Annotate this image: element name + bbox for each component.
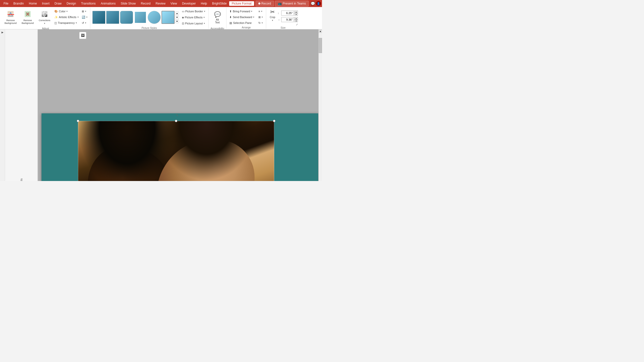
rotate-button[interactable]: ↻ ▾: [257, 20, 264, 26]
send-backward-label: Send Backward: [233, 16, 252, 19]
selection-pane-button[interactable]: ▤ Selection Pane: [228, 20, 255, 26]
menu-design[interactable]: Design: [64, 1, 78, 6]
transparency-button[interactable]: ◫ Transparency ▾: [53, 20, 79, 26]
ps-more[interactable]: ▼: [175, 20, 179, 23]
bring-forward-button[interactable]: ⬆ Bring Forward ▾: [228, 9, 255, 14]
remove-background-button-1[interactable]: RemoveBackground: [3, 9, 19, 27]
height-spin-down[interactable]: ▼: [294, 13, 298, 16]
height-input[interactable]: [281, 11, 294, 16]
menu-brightslide[interactable]: BrightSlide: [210, 1, 229, 6]
present-in-teams-button[interactable]: 📺 Present in Teams: [275, 1, 309, 7]
rotate-handle[interactable]: [174, 114, 178, 118]
selected-image[interactable]: [78, 121, 274, 181]
ps-thumb-1[interactable]: [92, 11, 105, 24]
record-label: Record: [261, 2, 271, 5]
rotate-dropdown-icon[interactable]: ▾: [262, 22, 263, 24]
chevron-right-icon: ▶: [2, 31, 4, 34]
compress-dropdown-icon[interactable]: ▾: [85, 10, 86, 13]
handle-tr[interactable]: [273, 120, 275, 122]
chat-icon[interactable]: 💬: [311, 2, 315, 6]
scroll-thumb[interactable]: [319, 38, 322, 53]
ps-scroll-up[interactable]: ▲: [175, 12, 179, 15]
thumbnail-toggle-icon[interactable]: 🖼: [79, 32, 86, 39]
corrections-dropdown-icon[interactable]: ▾: [44, 22, 45, 25]
ps-thumb-6[interactable]: [162, 11, 175, 24]
align-dropdown-icon[interactable]: ▾: [261, 10, 262, 13]
canvas-area: ▲ ▼ 🖼: [38, 29, 322, 181]
ps-thumb-5[interactable]: [148, 11, 161, 24]
reset-icon: ↺: [82, 21, 84, 25]
menu-file[interactable]: File: [1, 1, 11, 6]
remove-bg-label-2: RemoveBackground: [22, 19, 34, 25]
corrections-button[interactable]: Corrections ▾: [37, 9, 52, 27]
width-spin-up[interactable]: ▲: [294, 17, 298, 20]
ps-scroll[interactable]: ▲ ▼ ▼: [175, 12, 179, 23]
slide-canvas[interactable]: [42, 113, 318, 181]
group-button[interactable]: ⊞ ▾: [257, 14, 264, 20]
color-dropdown-icon[interactable]: ▾: [66, 10, 68, 13]
compress-button[interactable]: ⊞ ▾: [81, 9, 89, 14]
artistic-effects-button[interactable]: ✨ Artistic Effects ▾: [53, 14, 79, 20]
color-button[interactable]: 🎨 Color ▾: [53, 9, 79, 14]
pl-dropdown-icon[interactable]: ▾: [204, 22, 205, 25]
pb-dropdown-icon[interactable]: ▾: [204, 10, 205, 13]
scroll-track[interactable]: [319, 33, 322, 181]
align-button[interactable]: ≡ ▾: [257, 9, 264, 14]
reset-dropdown-icon[interactable]: ▾: [85, 22, 86, 24]
handle-tl[interactable]: [77, 120, 79, 122]
ps-thumb-4[interactable]: [134, 11, 147, 24]
menu-review[interactable]: Review: [153, 1, 168, 6]
artistic-effects-icon: ✨: [54, 16, 58, 19]
height-spin-up[interactable]: ▲: [294, 11, 298, 13]
teams-icon: 📺: [278, 2, 282, 6]
crop-dropdown-icon[interactable]: ▾: [272, 19, 273, 22]
size-launcher-icon[interactable]: ⤢: [278, 23, 298, 26]
menu-animations[interactable]: Animations: [98, 1, 118, 6]
arrange-group-label: Arrange: [228, 26, 264, 29]
height-icon: ↕: [278, 12, 281, 15]
corrections-icon: [41, 11, 48, 19]
artistic-dropdown-icon[interactable]: ▾: [77, 16, 79, 18]
group-dropdown-icon[interactable]: ▾: [262, 16, 263, 18]
picture-effects-button[interactable]: ◈ Picture Effects ▾: [181, 15, 206, 20]
bf-dropdown-icon[interactable]: ▾: [251, 10, 252, 13]
remove-bg-label-1: RemoveBackground: [5, 19, 17, 25]
menu-insert[interactable]: Insert: [39, 1, 52, 6]
sb-dropdown-icon[interactable]: ▾: [253, 16, 254, 18]
ps-scroll-down[interactable]: ▼: [175, 16, 179, 19]
width-input[interactable]: [281, 17, 294, 22]
menu-picture-format[interactable]: Picture Format: [229, 1, 254, 6]
record-button[interactable]: Record: [256, 1, 274, 6]
reset-picture-button[interactable]: ↺ ▾: [81, 20, 89, 26]
menu-slideshow[interactable]: Slide Show: [118, 1, 138, 6]
change-picture-dropdown-icon[interactable]: ▾: [86, 16, 88, 18]
user-icon[interactable]: 👤: [316, 1, 321, 6]
menu-draw[interactable]: Draw: [52, 1, 64, 6]
pe-dropdown-icon[interactable]: ▾: [204, 16, 205, 19]
menu-record[interactable]: Record: [138, 1, 153, 6]
width-spin-down[interactable]: ▼: [294, 20, 298, 22]
picture-layout-icon: ⊡: [182, 22, 184, 25]
menu-developer[interactable]: Developer: [180, 1, 198, 6]
menu-transitions[interactable]: Transitions: [78, 1, 98, 6]
ps-thumb-2[interactable]: [106, 11, 119, 24]
send-backward-button[interactable]: ⬇ Send Backward ▾: [228, 14, 255, 20]
change-picture-button[interactable]: 🔄 ▾: [81, 14, 89, 20]
remove-background-button-2[interactable]: RemoveBackground: [20, 9, 36, 27]
picture-styles-group-label: Picture Styles: [92, 27, 206, 29]
thumbnails-label: Thumbnails: [20, 178, 23, 181]
picture-layout-button[interactable]: ⊡ Picture Layout ▾: [181, 21, 206, 26]
menu-view[interactable]: View: [168, 1, 180, 6]
menu-help[interactable]: Help: [198, 1, 210, 6]
ps-thumb-3[interactable]: [120, 11, 133, 24]
picture-border-button[interactable]: ▭ Picture Border ▾: [181, 9, 206, 14]
menu-home[interactable]: Home: [26, 1, 39, 6]
send-backward-icon: ⬇: [229, 16, 232, 19]
transparency-dropdown-icon[interactable]: ▾: [76, 22, 77, 24]
menu-brandin[interactable]: Brandin: [11, 1, 26, 6]
scroll-up-btn[interactable]: ▲: [319, 29, 322, 33]
handle-tc[interactable]: [175, 120, 177, 122]
crop-button[interactable]: ✂ Crop ▾: [268, 9, 277, 22]
alt-text-button[interactable]: 💬 AltText: [213, 9, 222, 27]
sidebar-toggle-btn[interactable]: ▶: [0, 29, 5, 181]
